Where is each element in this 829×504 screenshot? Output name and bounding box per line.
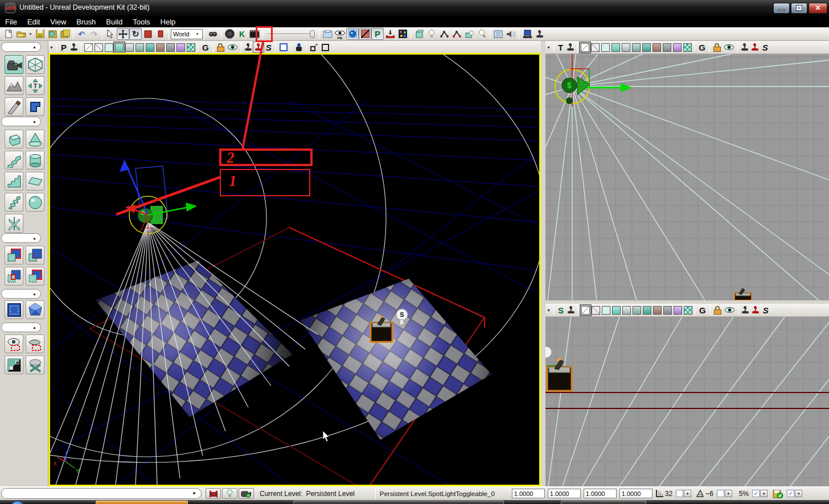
close-button[interactable]: ✕ <box>809 3 827 14</box>
camera-status-button[interactable] <box>239 488 254 499</box>
taskbar-item[interactable] <box>293 501 504 504</box>
build-paths-button[interactable] <box>438 28 450 40</box>
top-view-label[interactable]: T <box>558 43 563 52</box>
brush-polys-button[interactable] <box>359 28 371 40</box>
open-dropdown[interactable]: ▾ <box>27 28 34 40</box>
autosave-dropdown[interactable]: ▾ <box>795 490 802 497</box>
coordinate-system-dropdown[interactable]: World ▾ <box>171 29 203 39</box>
rotation-grid-dropdown[interactable]: ▾ <box>725 490 732 497</box>
viewmode-lit[interactable] <box>612 306 621 315</box>
rotation-grid-checkbox[interactable] <box>717 490 724 497</box>
camera-speed-slider[interactable] <box>267 30 315 39</box>
play-on-device-button[interactable] <box>533 28 546 40</box>
brush-cone-button[interactable] <box>26 130 44 148</box>
palette-group-volumes-header[interactable]: ▲ <box>1 289 41 299</box>
drag-grid-y-field[interactable] <box>548 489 581 498</box>
lighting-needs-rebuild-button[interactable] <box>222 488 237 499</box>
build-geometry-button[interactable] <box>413 28 425 40</box>
terrain-mode-button[interactable] <box>5 76 23 95</box>
udk-browser-button[interactable] <box>223 28 236 40</box>
csg-intersect-button[interactable] <box>5 267 23 286</box>
locked-game-joystick-icon[interactable] <box>255 43 262 51</box>
game-joystick-icon[interactable] <box>244 43 252 51</box>
locked-game-joystick-icon[interactable] <box>752 306 760 314</box>
viewmode-detail-lighting[interactable] <box>125 43 134 52</box>
menu-build[interactable]: Build <box>106 18 122 26</box>
viewmode-lighting-only[interactable] <box>136 43 144 52</box>
show-selected-only-button[interactable] <box>5 334 23 353</box>
actor-class-combobox[interactable]: ▼ <box>1 488 202 499</box>
top-viewport[interactable]: $ <box>545 54 829 300</box>
viewmode-lightmap-density[interactable] <box>177 43 185 52</box>
viewport-lock-icon[interactable] <box>713 43 721 52</box>
viewmode-unlit[interactable] <box>105 43 113 52</box>
redo-button[interactable]: ↷ <box>88 28 100 40</box>
pie-eye-button[interactable]: PIE <box>334 28 346 40</box>
brush-volumetric-button[interactable] <box>5 214 23 233</box>
viewmode-texture-density[interactable] <box>653 306 662 315</box>
texture-align-mode-button[interactable]: T <box>26 76 44 95</box>
viewmode-light-complexity[interactable] <box>146 43 154 52</box>
scale-field[interactable] <box>619 489 652 498</box>
select-tool-button[interactable] <box>104 28 117 40</box>
save-all-levels-button[interactable] <box>59 28 71 40</box>
viewport-options-dropdown[interactable]: ▼ <box>545 42 552 53</box>
viewmode-detail-lighting[interactable] <box>622 306 631 315</box>
viewport-options-dropdown[interactable]: ▼ <box>48 42 55 53</box>
viewmode-lighting-only[interactable] <box>633 306 641 315</box>
save-button[interactable] <box>34 28 46 40</box>
autosave-checkbox[interactable]: ✓ <box>787 490 794 497</box>
viewmode-brush-wireframe[interactable] <box>581 306 590 315</box>
viewmode-shader-complexity[interactable] <box>663 43 671 52</box>
camera-mode-button[interactable] <box>5 55 23 74</box>
show-flags-eye-icon[interactable] <box>228 44 237 50</box>
brush-linear-stairs-button[interactable] <box>5 172 23 191</box>
brush-cylinder-button[interactable] <box>26 151 44 170</box>
viewmode-unlit[interactable] <box>602 306 610 315</box>
game-joystick-icon[interactable] <box>741 43 749 51</box>
drag-grid-x-field[interactable] <box>512 489 545 498</box>
side-view-label[interactable]: S <box>558 305 564 315</box>
open-map-button[interactable] <box>15 28 27 40</box>
palette-group-select-header[interactable]: ▲ <box>1 323 41 332</box>
mesh-paint-mode-button[interactable] <box>5 97 23 116</box>
viewmode-lighting-only[interactable] <box>632 43 641 52</box>
realtime-preview-button[interactable] <box>346 28 359 40</box>
viewmode-lighting-texels[interactable] <box>683 43 692 52</box>
csg-add-button[interactable] <box>5 246 23 265</box>
sound-toggle-button[interactable] <box>504 28 517 40</box>
build-all-button[interactable] <box>463 28 475 40</box>
csg-subtract-button[interactable] <box>26 246 44 265</box>
brush-sphere-button[interactable] <box>26 193 44 212</box>
viewmode-wireframe[interactable] <box>591 43 600 52</box>
new-map-button[interactable] <box>2 28 15 40</box>
static-mesh-mode-button[interactable] <box>26 97 44 116</box>
squint-mode-label[interactable]: S <box>762 43 768 52</box>
build-lighting-button[interactable] <box>425 28 438 40</box>
viewmode-light-complexity[interactable] <box>643 306 651 315</box>
viewmode-detail-lighting[interactable] <box>622 43 630 52</box>
brush-cube-button[interactable] <box>5 130 23 148</box>
content-browser-button[interactable] <box>321 28 334 40</box>
palette-group-brushes-header[interactable]: ▲ <box>1 117 41 126</box>
save-all-button[interactable] <box>46 28 59 40</box>
menu-brush[interactable]: Brush <box>76 18 96 26</box>
viewmode-lightmap-density[interactable] <box>674 306 682 315</box>
menu-tools[interactable]: Tools <box>133 18 150 26</box>
title-bar[interactable]: UDK Untitled - Unreal Development Kit (3… <box>0 0 829 16</box>
brush-spiral-stairs-button[interactable] <box>5 193 23 212</box>
side-viewport[interactable] <box>545 317 829 486</box>
viewmode-texture-density[interactable] <box>652 43 661 52</box>
resize-viewport-icon[interactable] <box>280 43 288 51</box>
viewmode-wireframe[interactable] <box>95 43 103 52</box>
scale-grid-checkbox[interactable]: ✓ <box>752 490 760 497</box>
start-orb[interactable] <box>10 501 25 504</box>
palette-group-modes-header[interactable]: ▲ <box>1 42 41 52</box>
menu-file[interactable]: File <box>5 18 17 26</box>
game-view-toggle[interactable]: G <box>699 43 705 52</box>
matinee-button[interactable] <box>248 28 261 40</box>
taskbar-item-active[interactable] <box>96 501 188 504</box>
drag-grid-checkbox[interactable] <box>676 490 683 497</box>
maximize-viewport-icon[interactable] <box>322 44 329 51</box>
palette-group-csg-header[interactable]: ▲ <box>1 233 41 243</box>
